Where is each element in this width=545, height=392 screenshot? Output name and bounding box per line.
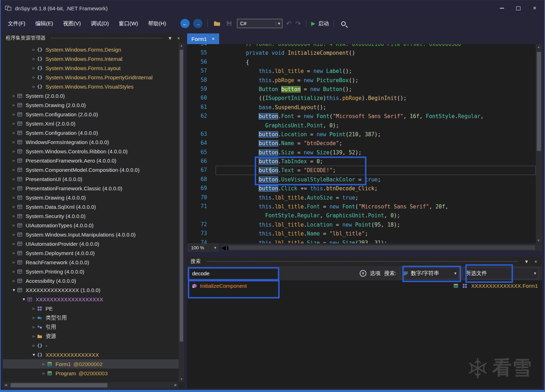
menu-item-2[interactable]: 视图(V) [58, 16, 86, 31]
code-line-57[interactable]: 57 this.lbl_title = new Label(); [187, 67, 536, 75]
expander-closed-icon[interactable]: ▹ [11, 260, 17, 265]
language-combobox[interactable]: C# ▼ [237, 19, 282, 28]
code-line-59[interactable]: 59 Button button = new Button(); [187, 85, 536, 94]
tree-item[interactable]: ▹PresentationFramework.Aero (4.0.0.0) [3, 156, 179, 165]
code-line-64[interactable]: 64 button.Name = "btnDecode"; [187, 139, 536, 148]
undo-icon[interactable]: ↶ [286, 20, 292, 28]
expander-open-icon[interactable]: ▾ [31, 352, 37, 357]
menu-item-5[interactable]: 帮助(H) [143, 16, 171, 31]
expander-closed-icon[interactable]: ▹ [41, 361, 47, 366]
menu-item-0[interactable]: 文件(F) [3, 16, 30, 31]
scrollbar-thumb[interactable] [228, 245, 535, 250]
save-all-icon[interactable] [225, 19, 233, 28]
expander-closed-icon[interactable]: ▹ [31, 75, 37, 80]
navigate-back-button[interactable]: ← [180, 19, 190, 28]
tab-close-icon[interactable]: × [212, 36, 215, 42]
code-line-72[interactable]: 72 this.lbl_title.Location = new Point(9… [187, 220, 536, 229]
expander-closed-icon[interactable]: ▹ [31, 343, 37, 348]
scroll-up-icon[interactable]: ▲ [536, 44, 541, 50]
panel-close-icon[interactable]: × [533, 259, 539, 264]
tree-item[interactable]: ▹类型引用 [3, 313, 179, 322]
tree-item[interactable]: ▹System.Xml (2.0.0.0) [3, 119, 179, 128]
tree-item[interactable]: ▹ReachFramework (4.0.0.0) [3, 258, 179, 267]
search-icon[interactable] [339, 19, 348, 28]
tree-item[interactable]: ▹System.Data.SqlXml (4.0.0.0) [3, 202, 179, 211]
options-chevron-icon[interactable]: ▼ [360, 270, 366, 277]
tree-item[interactable]: ▾XXXXXXXXXXXXXXX (1.0.0.0) [3, 285, 179, 295]
redo-icon[interactable]: ↷ [295, 20, 301, 28]
code-line-61[interactable]: 61 base.SuspendLayout(); [187, 103, 536, 112]
search-result-row[interactable]: InitializeComponentXXXXXXXXXXXXXX.Form1 [187, 280, 542, 291]
tree-item[interactable]: ▹System.Deployment (4.0.0.0) [3, 248, 179, 258]
expander-closed-icon[interactable]: ▹ [31, 56, 37, 61]
code-line-54[interactable]: 54 // Token: 0x06000004 RID: 4 RVA: 0x00… [187, 44, 536, 48]
code-line-60[interactable]: 60 ((ISupportInitialize)this.pbRoge).Beg… [187, 94, 536, 102]
expander-open-icon[interactable]: ▾ [11, 287, 17, 292]
tree-item[interactable]: ▹{}- [3, 341, 179, 350]
search-scope-combobox[interactable]: 所选文件 ▼ [462, 267, 539, 279]
expander-closed-icon[interactable]: ▹ [11, 176, 17, 181]
tree-item[interactable]: ▹Form1@02000002 [3, 359, 179, 369]
tree-vertical-scrollbar[interactable]: ▲ ▼ [179, 43, 184, 382]
panel-close-icon[interactable]: × [176, 36, 181, 41]
tree-item[interactable]: ▹System.Security (4.0.0.0) [3, 211, 179, 221]
tree-item[interactable]: ▹System.Configuration (4.0.0.0) [3, 128, 179, 137]
tree-item[interactable]: ▹{}System.Windows.Forms.Internal [3, 54, 179, 63]
expander-closed-icon[interactable]: ▹ [11, 223, 17, 228]
code-line-71[interactable]: 71 this.lbl_title.Font = new Font("Micro… [187, 202, 536, 211]
code-line-63[interactable]: 63 button.Location = new Point(210, 387)… [187, 130, 536, 139]
expander-closed-icon[interactable]: ▹ [11, 112, 17, 117]
scrollbar-thumb[interactable] [537, 52, 541, 151]
code-line-65[interactable]: 65 button.Size = new Size(139, 52); [187, 148, 536, 157]
code-editor[interactable]: 54 // Token: 0x06000004 RID: 4 RVA: 0x00… [187, 44, 542, 243]
code-line-73[interactable]: 73 this.lbl_title.Name = "lbl_title"; [187, 229, 536, 238]
expander-open-icon[interactable]: ▾ [21, 297, 27, 302]
tree-horizontal-scrollbar[interactable]: ◀ ▶ [3, 382, 179, 388]
expander-closed-icon[interactable]: ▹ [11, 102, 17, 107]
tree-item[interactable]: ▹System (2.0.0.0) [3, 91, 179, 100]
tab-form1[interactable]: Form1 × [187, 33, 219, 44]
tree-item[interactable]: ▹{}System.Windows.Forms.Layout [3, 63, 179, 73]
panel-menu-icon[interactable]: ▼ [524, 259, 529, 264]
expander-closed-icon[interactable]: ▹ [11, 195, 17, 200]
tree-item[interactable]: ▹资源 [3, 332, 179, 341]
tree-item[interactable]: ▹引用 [3, 322, 179, 332]
scroll-down-icon[interactable]: ▼ [536, 238, 541, 243]
expander-closed-icon[interactable]: ▹ [11, 139, 17, 144]
tree-item[interactable]: ▹System.Drawing (4.0.0.0) [3, 193, 179, 202]
tree-item[interactable]: ▹PresentationUI (4.0.0.0) [3, 174, 179, 184]
code-line-58[interactable]: 58 this.pbRoge = new PictureBox(); [187, 76, 536, 85]
code-line-67[interactable]: 67 button.Text = "DECODE!"; [187, 166, 536, 175]
tree-item[interactable]: ▹System.Drawing (2.0.0.0) [3, 100, 179, 110]
expander-closed-icon[interactable]: ▹ [11, 93, 17, 98]
scrollbar-thumb[interactable] [180, 50, 183, 341]
close-button[interactable]: × [527, 1, 543, 15]
tree-item[interactable]: ▾XXXXXXXXXXXXXXXXXXX [3, 295, 179, 304]
expander-closed-icon[interactable]: ▹ [31, 47, 37, 52]
code-line-wrap[interactable]: GraphicsUnit.Point, 0); [187, 121, 536, 130]
tree-item[interactable]: ▹{}System.Windows.Forms.PropertyGridInte… [3, 73, 179, 82]
scroll-right-icon[interactable]: ▶ [173, 382, 179, 388]
panel-menu-icon[interactable]: ▼ [167, 36, 173, 41]
search-input[interactable] [189, 267, 279, 279]
expander-closed-icon[interactable]: ▹ [11, 149, 17, 154]
tree-item[interactable]: ▹System.Windows.Input.Manipulations (4.0… [3, 230, 179, 239]
menu-item-1[interactable]: 编辑(E) [30, 16, 58, 31]
search-kind-combobox[interactable]: 数字/字符串 ▼ [400, 267, 459, 279]
tree-item[interactable]: ▹{}System.Windows.Forms.VisualStyles [3, 82, 179, 91]
code-line-66[interactable]: 66 button.TabIndex = 0; [187, 157, 536, 166]
code-line-74[interactable]: 74 this.lbl_title.Size = new Size(203, 3… [187, 238, 536, 243]
tree-item[interactable]: ▾{}XXXXXXXXXXXXXXX [3, 350, 179, 359]
editor-vertical-scrollbar[interactable]: ▲ ▼ [536, 44, 542, 243]
expander-closed-icon[interactable]: ▹ [11, 167, 17, 172]
expander-closed-icon[interactable]: ▹ [11, 186, 17, 191]
tree-item[interactable]: ▹System.Windows.Controls.Ribbon (4.0.0.0… [3, 147, 179, 156]
scroll-left-icon[interactable]: ◀ [3, 382, 9, 388]
scrollbar-thumb[interactable] [11, 383, 107, 387]
menu-item-4[interactable]: 窗口(W) [114, 16, 143, 31]
expander-closed-icon[interactable]: ▹ [11, 121, 17, 126]
expander-closed-icon[interactable]: ▹ [11, 241, 17, 246]
expander-closed-icon[interactable]: ▹ [11, 232, 17, 237]
expander-closed-icon[interactable]: ▹ [11, 213, 17, 218]
tree-item[interactable]: ▹System.ComponentModel.Composition (4.0.… [3, 165, 179, 174]
